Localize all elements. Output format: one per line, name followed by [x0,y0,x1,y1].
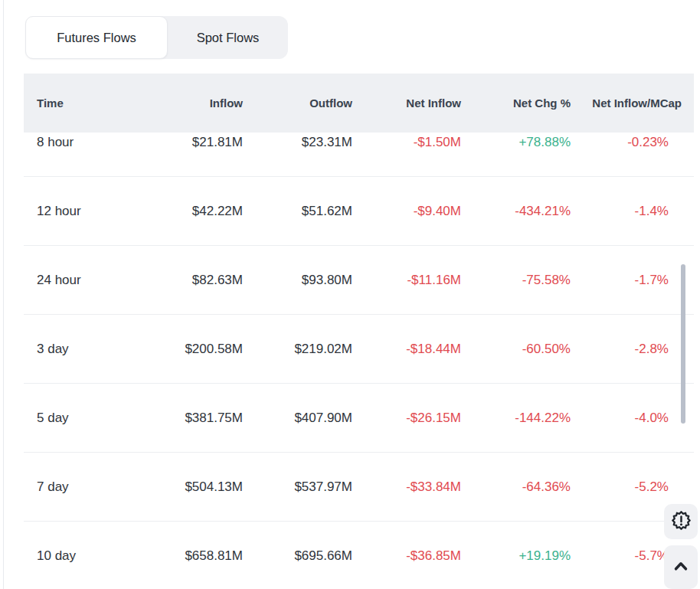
cell-net-inflow: -$1.50M [352,135,461,150]
table-row: 12 hour$42.22M$51.62M-$9.40M-434.21%-1.4… [24,177,694,246]
cell-net-inflow: -$26.15M [352,411,461,426]
cell-net-chg: -434.21% [461,204,571,219]
cell-inflow: $42.22M [131,204,243,219]
tab-futures-flows-label: Futures Flows [57,31,136,45]
tab-futures-flows[interactable]: Futures Flows [25,16,168,59]
cell-time: 10 day [24,548,131,564]
column-header-outflow: Outflow [243,97,352,110]
cell-net-inflow: -$18.44M [352,342,461,357]
cell-outflow: $695.66M [243,548,352,564]
feedback-button[interactable] [664,504,698,539]
table-row: 24 hour$82.63M$93.80M-$11.16M-75.58%-1.7… [24,246,694,315]
cell-inflow: $504.13M [131,479,243,495]
cell-net-inflow-mcap: -5.2% [571,479,694,495]
chevron-up-icon [671,556,691,578]
cell-time: 12 hour [24,204,131,219]
flows-table-header: TimeInflowOutflowNet InflowNet Chg %Net … [24,74,694,133]
cell-time: 24 hour [24,273,131,288]
table-scrollbar-thumb[interactable] [681,264,685,424]
table-row: 3 day$200.58M$219.02M-$18.44M-60.50%-2.8… [24,315,694,384]
scroll-to-top-button[interactable] [664,545,698,589]
cell-net-inflow: -$9.40M [352,204,461,219]
tab-spot-flows[interactable]: Spot Flows [168,16,288,59]
cell-time: 3 day [24,342,131,357]
cell-net-inflow-mcap: -0.23% [571,135,694,150]
flows-table: TimeInflowOutflowNet InflowNet Chg %Net … [24,74,694,589]
column-header-net-inflow: Net Inflow [352,97,461,110]
page-left-border [3,0,4,589]
cell-outflow: $537.97M [243,479,352,495]
cell-inflow: $381.75M [131,411,243,426]
cell-net-inflow-mcap: -1.4% [571,204,694,219]
cell-net-chg: +19.19% [461,548,571,564]
table-row: 10 day$658.81M$695.66M-$36.85M+19.19%-5.… [24,522,694,589]
cell-net-inflow: -$11.16M [352,273,461,288]
cell-net-chg: -60.50% [461,342,571,357]
cell-net-chg: -75.58% [461,273,571,288]
tab-spot-flows-label: Spot Flows [197,31,260,45]
column-header-time: Time [24,97,131,110]
cell-net-inflow-mcap: -1.7% [571,273,694,288]
cell-net-inflow: -$36.85M [352,548,461,564]
table-row: 7 day$504.13M$537.97M-$33.84M-64.36%-5.2… [24,453,694,522]
cell-time: 5 day [24,411,131,426]
cell-net-inflow-mcap: -4.0% [571,411,694,426]
column-header-net-chg-: Net Chg % [461,97,571,110]
flows-table-body: 8 hour$21.81M$23.31M-$1.50M+78.88%-0.23%… [24,108,694,589]
cell-outflow: $407.90M [243,411,352,426]
cell-inflow: $658.81M [131,548,243,564]
badge-exclamation-icon [671,510,692,533]
futures-flows-page: Futures Flows Spot Flows TimeInflowOutfl… [0,0,700,589]
cell-inflow: $21.81M [131,135,243,150]
cell-outflow: $51.62M [243,204,352,219]
cell-inflow: $200.58M [131,342,243,357]
cell-net-chg: -64.36% [461,479,571,495]
cell-outflow: $93.80M [243,273,352,288]
cell-net-inflow: -$33.84M [352,479,461,495]
cell-net-chg: -144.22% [461,411,571,426]
flows-tab-group: Futures Flows Spot Flows [25,16,288,59]
cell-inflow: $82.63M [131,273,243,288]
table-row: 5 day$381.75M$407.90M-$26.15M-144.22%-4.… [24,384,694,453]
cell-net-chg: +78.88% [461,135,571,150]
column-header-inflow: Inflow [131,97,243,110]
cell-time: 8 hour [24,135,131,150]
column-header-net-inflow-mcap: Net Inflow/MCap [571,97,694,110]
cell-outflow: $23.31M [243,135,352,150]
cell-time: 7 day [24,479,131,495]
cell-net-inflow-mcap: -2.8% [571,342,694,357]
cell-outflow: $219.02M [243,342,352,357]
